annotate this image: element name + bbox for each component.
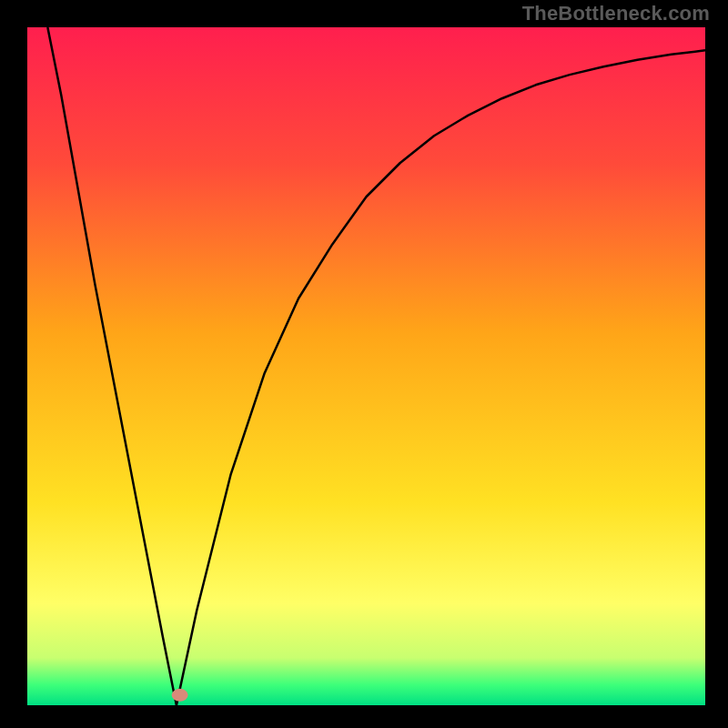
bottleneck-chart — [0, 0, 728, 728]
plot-background — [27, 27, 705, 705]
optimal-point-marker — [172, 689, 188, 702]
chart-frame: TheBottleneck.com — [0, 0, 728, 728]
